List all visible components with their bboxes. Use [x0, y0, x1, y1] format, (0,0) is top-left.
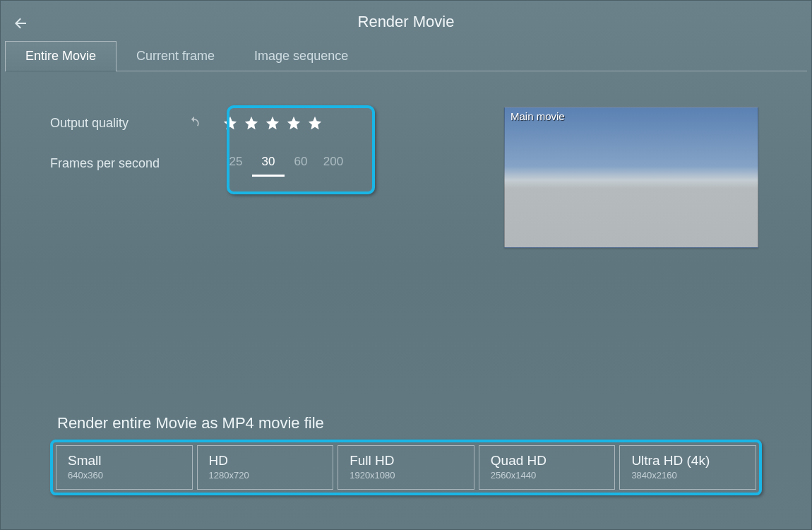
reset-quality-button[interactable]	[187, 115, 203, 131]
preset-res: 3840x2160	[631, 470, 744, 481]
preset-small[interactable]: Small 640x360	[56, 445, 193, 490]
tab-label: Image sequence	[254, 49, 348, 63]
preset-res: 2560x1440	[491, 470, 604, 481]
fps-label: Frames per second	[50, 156, 170, 171]
preset-name: Full HD	[350, 453, 462, 469]
fps-option-60[interactable]: 60	[285, 151, 317, 177]
preset-full-hd[interactable]: Full HD 1920x1080	[338, 445, 474, 490]
resolution-presets: Small 640x360 HD 1280x720 Full HD 1920x1…	[50, 440, 762, 495]
star-icon	[222, 115, 238, 131]
back-button[interactable]	[12, 15, 29, 32]
fps-options: 25 30 60 200	[220, 151, 350, 177]
quality-stars	[220, 114, 326, 132]
tab-label: Entire Movie	[25, 49, 96, 63]
star-3[interactable]	[265, 115, 280, 131]
arrow-left-icon	[12, 15, 29, 32]
star-icon	[286, 115, 301, 131]
preset-res: 1920x1080	[350, 470, 462, 481]
preset-res: 1280x720	[209, 470, 322, 481]
preset-res: 640x360	[68, 470, 181, 481]
preset-quad-hd[interactable]: Quad HD 2560x1440	[479, 445, 616, 490]
tab-label: Current frame	[136, 49, 215, 63]
preset-name: Small	[68, 453, 181, 469]
header: Render Movie	[1, 1, 811, 43]
preview-label: Main movie	[511, 110, 565, 122]
star-icon	[307, 115, 323, 131]
render-section: Render entire Movie as MP4 movie file Sm…	[1, 414, 811, 495]
preview-thumbnail[interactable]: Main movie	[504, 107, 758, 248]
output-quality-label: Output quality	[50, 116, 170, 131]
render-movie-window: Render Movie Entire Movie Current frame …	[0, 0, 812, 530]
fps-option-25[interactable]: 25	[220, 151, 252, 177]
preset-name: HD	[209, 453, 322, 469]
preset-hd[interactable]: HD 1280x720	[197, 445, 334, 490]
preset-name: Quad HD	[491, 453, 604, 469]
page-title: Render Movie	[358, 13, 455, 31]
star-4[interactable]	[286, 115, 301, 131]
preset-ultra-hd-4k[interactable]: Ultra HD (4k) 3840x2160	[619, 445, 756, 490]
tab-strip: Entire Movie Current frame Image sequenc…	[5, 43, 807, 71]
preset-name: Ultra HD (4k)	[631, 453, 744, 469]
star-5[interactable]	[307, 115, 323, 131]
fps-option-30[interactable]: 30	[252, 151, 285, 177]
tab-entire-movie[interactable]: Entire Movie	[5, 41, 117, 71]
star-icon	[265, 115, 280, 131]
star-2[interactable]	[244, 115, 259, 131]
star-1[interactable]	[222, 115, 238, 131]
tab-image-sequence[interactable]: Image sequence	[234, 42, 368, 71]
undo-icon	[187, 115, 201, 129]
fps-option-200[interactable]: 200	[317, 151, 350, 177]
render-section-title: Render entire Movie as MP4 movie file	[50, 414, 762, 432]
star-icon	[244, 115, 259, 131]
tab-current-frame[interactable]: Current frame	[117, 42, 234, 71]
content-area: Output quality Frames per second 25 30 6…	[1, 71, 811, 177]
